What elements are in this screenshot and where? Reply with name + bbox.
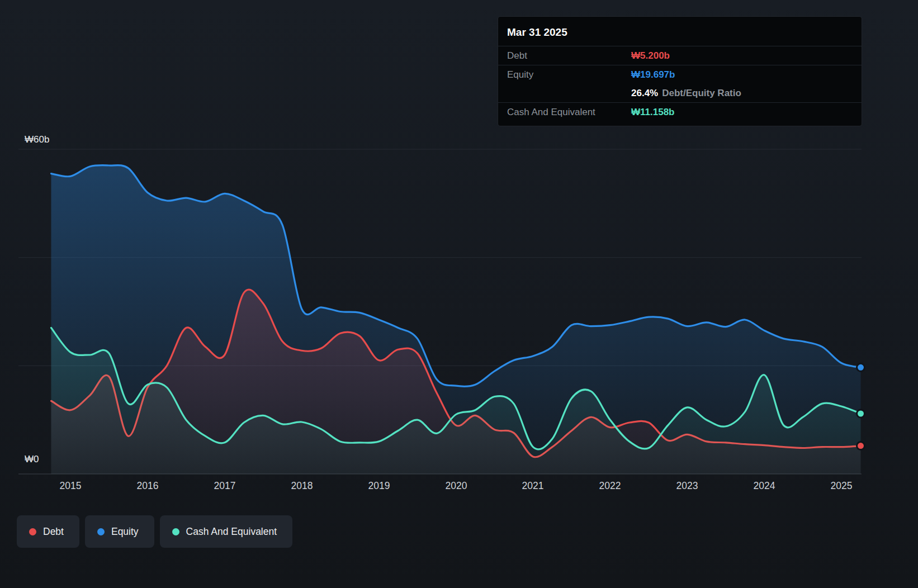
x-tick-2023: 2023 xyxy=(665,480,709,492)
x-tick-2025: 2025 xyxy=(819,480,864,492)
x-tick-2021: 2021 xyxy=(510,480,555,492)
cash-and-equivalent-dot-icon xyxy=(172,528,179,535)
tooltip-cash-label: Cash And Equivalent xyxy=(507,107,631,118)
legend-label: Equity xyxy=(111,526,139,538)
tooltip-panel: Mar 31 2025 Debt ₩5.200b Equity ₩19.697b… xyxy=(498,17,862,126)
tooltip-debt-value: ₩5.200b xyxy=(631,50,670,61)
tooltip-debt-row: Debt ₩5.200b xyxy=(498,46,862,65)
x-tick-2018: 2018 xyxy=(280,480,324,492)
tooltip-equity-row: Equity ₩19.697b xyxy=(498,65,862,84)
x-tick-2022: 2022 xyxy=(588,480,632,492)
legend-item-debt[interactable]: Debt xyxy=(17,515,79,548)
debt-dot-icon xyxy=(29,528,36,535)
y-axis-label-top: ₩60b xyxy=(25,134,49,145)
x-tick-2016: 2016 xyxy=(125,480,170,492)
legend-item-equity[interactable]: Equity xyxy=(85,515,154,548)
equity-dot-icon xyxy=(97,528,105,535)
tooltip-cash-row: Cash And Equivalent ₩11.158b xyxy=(498,103,862,121)
debt-equity-history-chart: ₩60b ₩0 20152016201720182019202020212022… xyxy=(0,0,918,588)
legend: DebtEquityCash And Equivalent xyxy=(17,515,292,548)
tooltip-ratio-value-group: 26.4%Debt/Equity Ratio xyxy=(631,88,741,99)
debt-end-marker xyxy=(857,442,865,450)
y-axis-label-bottom: ₩0 xyxy=(25,454,39,465)
x-tick-2019: 2019 xyxy=(357,480,401,492)
tooltip-date: Mar 31 2025 xyxy=(498,17,862,46)
legend-item-cash-and-equivalent[interactable]: Cash And Equivalent xyxy=(160,515,292,548)
tooltip-ratio-percent: 26.4% xyxy=(631,88,658,98)
tooltip-ratio-label: Debt/Equity Ratio xyxy=(662,88,741,98)
tooltip-cash-value: ₩11.158b xyxy=(631,107,675,118)
legend-label: Cash And Equivalent xyxy=(186,526,277,538)
x-tick-2015: 2015 xyxy=(48,480,93,492)
tooltip-equity-value: ₩19.697b xyxy=(631,69,675,80)
tooltip-debt-label: Debt xyxy=(507,50,631,61)
x-tick-2020: 2020 xyxy=(434,480,479,492)
legend-label: Debt xyxy=(43,526,64,538)
tooltip-equity-label: Equity xyxy=(507,69,631,80)
x-tick-2024: 2024 xyxy=(742,480,787,492)
cash-and-equivalent-end-marker xyxy=(857,410,865,418)
tooltip-ratio-row: 26.4%Debt/Equity Ratio xyxy=(498,84,862,103)
equity-end-marker xyxy=(857,363,865,371)
x-tick-2017: 2017 xyxy=(202,480,247,492)
